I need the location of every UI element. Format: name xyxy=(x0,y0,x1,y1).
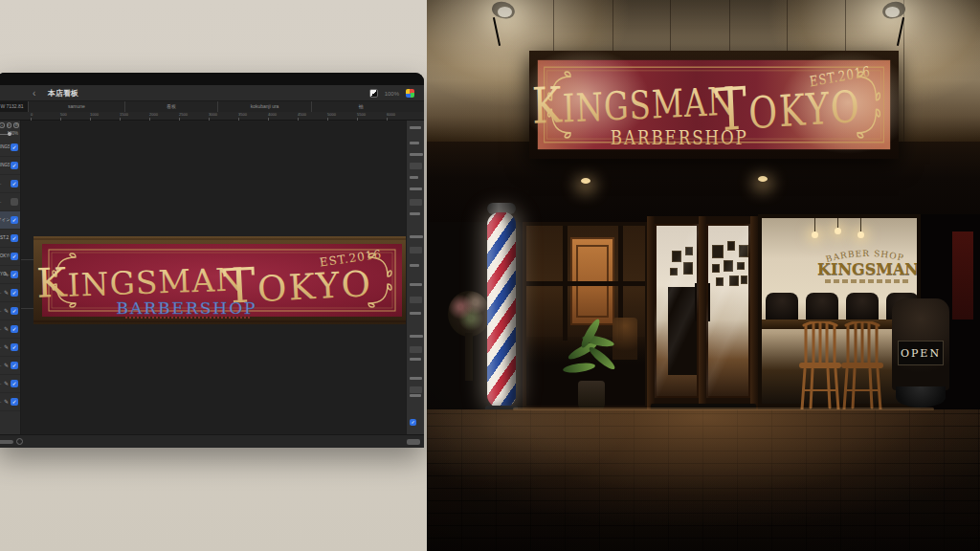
artboard-tab[interactable]: samune xyxy=(28,101,124,112)
layer-row[interactable]: KINGS…✓ xyxy=(0,157,20,175)
potted-plant xyxy=(567,329,616,413)
storefront-photo: KINGSMAN TOKYO EST.2016 BARBERSHOP xyxy=(427,0,980,551)
layer-visibility-checkbox[interactable]: ✓ xyxy=(11,362,18,369)
palette-icon[interactable] xyxy=(406,89,414,98)
layer-row[interactable]: …✓ xyxy=(0,175,20,193)
layer-row[interactable]: KYO…✎✓ xyxy=(0,266,20,284)
ruler-tick: 5500 xyxy=(357,112,366,117)
ruler-tick: 500 xyxy=(60,112,67,117)
layer-row[interactable]: …✎✓ xyxy=(0,393,20,411)
layer-row[interactable]: サイン…✓ xyxy=(0,211,20,230)
sign-design-artboard[interactable]: KINGSMAN TOKYO EST.2016 BARBERSHOP xyxy=(33,236,406,324)
opacity-control[interactable]: 100% xyxy=(0,129,20,139)
pendant-light xyxy=(812,231,818,238)
vintage-barber-chair: OPEN xyxy=(884,298,957,411)
pencil-icon: ✎ xyxy=(4,381,9,386)
layer-visibility-checkbox[interactable]: ✓ xyxy=(11,234,18,242)
properties-field[interactable] xyxy=(410,386,422,393)
document-tab[interactable]: 本店看板 xyxy=(48,85,78,101)
layer-row[interactable]: …✎✓ xyxy=(0,339,20,357)
design-app-window: ‹ 本店看板 100% W 7132.81 samune看板kokubanji … xyxy=(0,73,424,448)
layer-name: サイン… xyxy=(0,217,10,222)
panel-icon[interactable]: ⚙ xyxy=(13,122,19,128)
properties-field[interactable] xyxy=(410,297,422,303)
door-glass-right xyxy=(706,224,750,398)
properties-label xyxy=(410,312,421,315)
layer-row[interactable]: EST.2…✓ xyxy=(0,230,20,248)
horizontal-scrollbar-right[interactable] xyxy=(407,439,420,445)
horizontal-scrollbar[interactable] xyxy=(0,440,13,444)
layer-visibility-checkbox[interactable]: ✓ xyxy=(11,253,18,260)
layer-visibility-checkbox[interactable] xyxy=(11,198,18,206)
properties-label xyxy=(410,187,422,190)
layer-visibility-checkbox[interactable]: ✓ xyxy=(11,143,18,151)
layer-row[interactable]: TOKYO…✓ xyxy=(0,248,20,266)
layer-name: … xyxy=(0,199,10,204)
layer-visibility-checkbox[interactable]: ✓ xyxy=(11,307,18,315)
entrance-doors xyxy=(647,216,758,409)
artboard-tab[interactable]: 袖 xyxy=(311,101,410,112)
sign-subtitle-selected: BARBERSHOP xyxy=(116,298,256,318)
layer-row[interactable]: … xyxy=(0,193,20,211)
properties-field[interactable] xyxy=(410,163,422,169)
properties-checkbox[interactable]: ✓ xyxy=(410,419,416,426)
layer-visibility-checkbox[interactable]: ✓ xyxy=(11,289,18,297)
layer-visibility-checkbox[interactable]: ✓ xyxy=(11,343,18,351)
panel-icon[interactable]: + xyxy=(0,122,5,128)
layer-visibility-checkbox[interactable]: ✓ xyxy=(11,271,18,278)
ruler-tick: 4500 xyxy=(298,112,306,117)
artboard-tab[interactable]: kokubanji ura xyxy=(217,101,311,112)
panel-icon[interactable]: ◐ xyxy=(7,122,12,128)
properties-field[interactable] xyxy=(410,346,422,353)
properties-field[interactable] xyxy=(410,247,422,253)
layer-row[interactable]: …✎✓ xyxy=(0,375,20,393)
layer-visibility-checkbox[interactable]: ✓ xyxy=(11,180,18,187)
layer-row[interactable]: KINGS…✓ xyxy=(0,139,20,157)
layer-visibility-checkbox[interactable]: ✓ xyxy=(11,216,18,224)
pencil-icon: ✎ xyxy=(4,308,9,314)
ruler-tick: 4000 xyxy=(268,112,277,117)
nav-back-icon[interactable]: ‹ xyxy=(33,85,35,101)
downlight xyxy=(758,176,768,182)
door-glass-left xyxy=(655,224,699,398)
layer-visibility-checkbox[interactable]: ✓ xyxy=(11,380,18,387)
barber-pole xyxy=(483,203,520,432)
sign-photo-svg: KINGSMAN TOKYO EST.2016 BARBERSHOP xyxy=(529,51,899,159)
layer-row[interactable]: …✎✓ xyxy=(0,320,20,339)
window-sub-lettering xyxy=(825,279,911,283)
artboard-tabs: samune看板kokubanji ura袖 xyxy=(28,101,424,112)
layer-name: … xyxy=(0,181,10,186)
app-bottom-bar xyxy=(0,434,424,448)
layer-visibility-checkbox[interactable]: ✓ xyxy=(11,398,18,406)
properties-label xyxy=(410,153,423,156)
sign-lamp-left xyxy=(492,2,521,23)
layers-panel-toolbar: +◐⚙ xyxy=(0,121,20,129)
properties-field[interactable] xyxy=(410,199,422,206)
canvas[interactable]: KINGSMAN TOKYO EST.2016 BARBERSHOP xyxy=(21,121,406,434)
layer-visibility-checkbox[interactable]: ✓ xyxy=(11,325,18,333)
layer-row[interactable]: …✎✓ xyxy=(0,284,20,302)
properties-label xyxy=(410,235,423,238)
ruler-tick: 3500 xyxy=(238,112,247,117)
wooden-chair xyxy=(796,321,844,411)
app-titlebar[interactable] xyxy=(0,73,424,85)
pencil-icon: ✎ xyxy=(4,290,9,296)
properties-label xyxy=(410,264,419,267)
door-handle xyxy=(708,283,710,321)
window-lettering: KINGSMAN xyxy=(817,260,919,278)
properties-label xyxy=(410,358,421,361)
downlight xyxy=(581,178,590,184)
scroll-zoom-icon[interactable] xyxy=(16,438,23,445)
properties-label xyxy=(410,142,419,144)
properties-label xyxy=(410,176,418,179)
design-app-region: ‹ 本店看板 100% W 7132.81 samune看板kokubanji … xyxy=(0,0,427,551)
layer-visibility-checkbox[interactable]: ✓ xyxy=(11,162,18,169)
pencil-icon: ✎ xyxy=(4,399,9,405)
layer-row[interactable]: …✎✓ xyxy=(0,302,20,320)
document-tab-bar: ‹ 本店看板 100% xyxy=(0,85,424,101)
color-swatch-icon[interactable] xyxy=(369,89,378,98)
layer-name: KINGS… xyxy=(0,144,10,149)
ruler-tick: 2000 xyxy=(149,112,158,117)
layer-row[interactable]: …✎✓ xyxy=(0,357,20,375)
artboard-tab[interactable]: 看板 xyxy=(124,101,217,112)
